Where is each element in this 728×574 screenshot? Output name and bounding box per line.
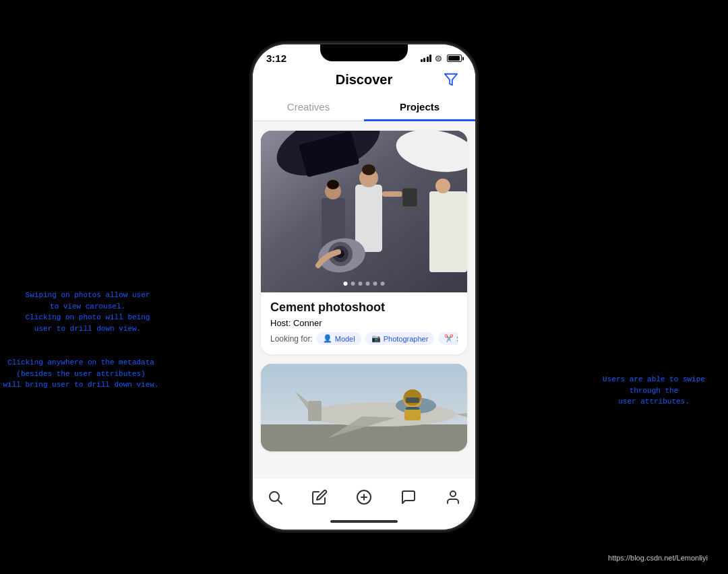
status-icons: ⊜	[421, 53, 462, 63]
card-tags-cement[interactable]: Looking for: 👤 Model 📷 Photographer ✂️ S…	[270, 332, 458, 345]
battery-icon	[447, 55, 462, 62]
page-title: Discover	[336, 72, 393, 88]
svg-rect-9	[382, 191, 402, 197]
card-metadata-cement[interactable]: Cement photoshoot Host: Conner Looking f…	[261, 292, 467, 354]
photo-carousel-jet[interactable]	[261, 364, 467, 451]
nav-search[interactable]	[260, 485, 290, 509]
card-cement-photoshoot[interactable]: Cement photoshoot Host: Conner Looking f…	[261, 131, 467, 354]
bottom-nav	[253, 478, 475, 513]
svg-point-19	[435, 179, 450, 193]
status-time: 3:12	[266, 53, 286, 64]
card-host-name-cement: Conner	[293, 318, 322, 328]
nav-compose[interactable]	[305, 485, 334, 509]
card-title-cement: Cement photoshoot	[270, 300, 458, 315]
annotation-metadata: Clicking anywhere on the metadata (besid…	[0, 357, 162, 391]
home-indicator	[253, 513, 475, 530]
card-host-cement: Host: Conner	[270, 318, 458, 328]
website-label: https://blog.csdn.net/Lemonliyi	[608, 554, 708, 562]
tag-photographer-label: Photographer	[384, 335, 429, 343]
svg-rect-27	[406, 397, 419, 403]
wifi-icon: ⊜	[435, 53, 442, 63]
svg-rect-10	[402, 188, 417, 207]
nav-add[interactable]	[349, 485, 379, 509]
photographer-icon: 📷	[371, 334, 381, 343]
photo-carousel-cement[interactable]	[261, 131, 467, 292]
svg-point-35	[450, 491, 456, 497]
annotation-swipe: Swiping on photos allow user to view car…	[13, 290, 162, 334]
tag-model[interactable]: 👤 Model	[317, 332, 361, 345]
carousel-dot-5	[373, 282, 377, 286]
carousel-dot-4	[366, 282, 370, 286]
carousel-dot-6	[381, 282, 385, 286]
carousel-dot-3	[359, 282, 363, 286]
nav-messages[interactable]	[394, 485, 423, 509]
svg-marker-0	[445, 73, 457, 85]
svg-point-13	[327, 180, 339, 189]
nav-profile[interactable]	[438, 485, 468, 509]
phone-shell: 3:12 ⊜ Discover Creatives	[253, 44, 475, 530]
tags-label-cement: Looking for:	[270, 334, 313, 344]
content-area[interactable]: Cement photoshoot Host: Conner Looking f…	[253, 121, 475, 478]
notch	[320, 44, 408, 61]
annotation-swipe-attributes: Users are able to swipe through the user…	[586, 374, 721, 408]
carousel-dot-2	[351, 282, 355, 286]
tag-model-label: Model	[335, 335, 355, 343]
tab-projects[interactable]: Projects	[364, 94, 475, 121]
signal-icon	[421, 55, 432, 62]
svg-rect-18	[429, 191, 467, 272]
svg-line-31	[278, 501, 282, 505]
stylist-icon: ✂️	[444, 334, 454, 343]
tag-photographer[interactable]: 📷 Photographer	[365, 332, 435, 345]
svg-rect-23	[308, 401, 322, 421]
home-bar	[330, 520, 398, 523]
tag-stylist[interactable]: ✂️ Stylist	[438, 332, 458, 345]
model-icon: 👤	[323, 334, 332, 343]
nav-header: Discover	[253, 67, 475, 94]
svg-rect-21	[261, 424, 467, 451]
filter-button[interactable]	[440, 70, 462, 92]
card-jet-photoshoot[interactable]	[261, 364, 467, 451]
svg-rect-29	[404, 410, 421, 420]
svg-rect-6	[355, 185, 382, 252]
filter-icon	[444, 72, 458, 90]
tag-stylist-label: Stylist	[456, 335, 458, 343]
svg-point-8	[362, 164, 375, 175]
carousel-dots	[344, 282, 385, 286]
carousel-dot-1	[344, 282, 348, 286]
tab-creatives[interactable]: Creatives	[253, 94, 364, 121]
tabs-container: Creatives Projects	[253, 94, 475, 121]
